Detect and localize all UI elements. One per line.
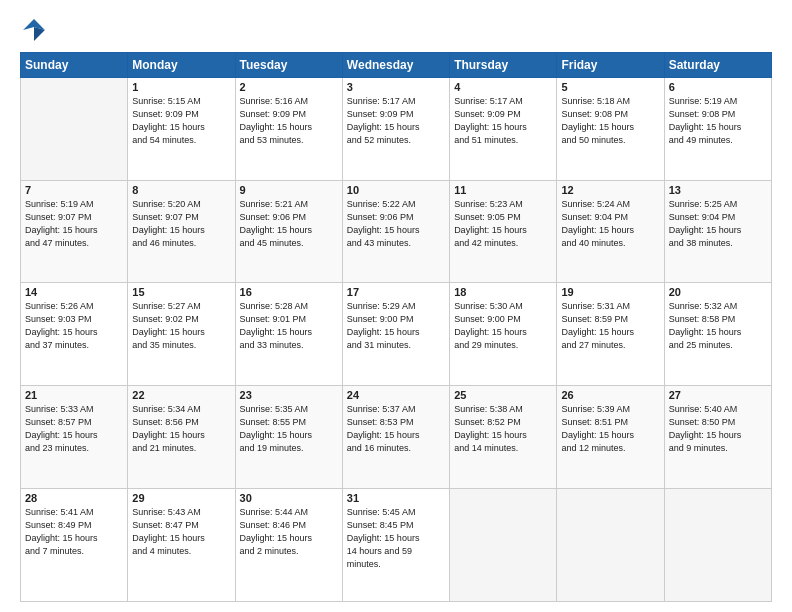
day-number: 28 [25,492,123,504]
day-number: 18 [454,286,552,298]
header [20,16,772,44]
day-cell: 10 Sunrise: 5:22 AM Sunset: 9:06 PM Dayl… [342,180,449,283]
day-cell: 21 Sunrise: 5:33 AM Sunset: 8:57 PM Dayl… [21,385,128,488]
day-number: 27 [669,389,767,401]
day-info: Sunrise: 5:21 AM Sunset: 9:06 PM Dayligh… [240,198,338,250]
day-info: Sunrise: 5:43 AM Sunset: 8:47 PM Dayligh… [132,506,230,558]
day-info: Sunrise: 5:26 AM Sunset: 9:03 PM Dayligh… [25,300,123,352]
week-row-1: 1 Sunrise: 5:15 AM Sunset: 9:09 PM Dayli… [21,78,772,181]
day-cell: 25 Sunrise: 5:38 AM Sunset: 8:52 PM Dayl… [450,385,557,488]
day-cell: 12 Sunrise: 5:24 AM Sunset: 9:04 PM Dayl… [557,180,664,283]
day-number: 30 [240,492,338,504]
day-number: 24 [347,389,445,401]
day-cell: 13 Sunrise: 5:25 AM Sunset: 9:04 PM Dayl… [664,180,771,283]
day-info: Sunrise: 5:17 AM Sunset: 9:09 PM Dayligh… [454,95,552,147]
day-number: 23 [240,389,338,401]
day-number: 29 [132,492,230,504]
day-cell [450,488,557,602]
weekday-thursday: Thursday [450,53,557,78]
day-info: Sunrise: 5:28 AM Sunset: 9:01 PM Dayligh… [240,300,338,352]
day-number: 31 [347,492,445,504]
day-info: Sunrise: 5:37 AM Sunset: 8:53 PM Dayligh… [347,403,445,455]
day-cell [21,78,128,181]
day-number: 19 [561,286,659,298]
calendar: SundayMondayTuesdayWednesdayThursdayFrid… [20,52,772,602]
day-info: Sunrise: 5:16 AM Sunset: 9:09 PM Dayligh… [240,95,338,147]
day-number: 8 [132,184,230,196]
day-cell: 2 Sunrise: 5:16 AM Sunset: 9:09 PM Dayli… [235,78,342,181]
day-cell: 18 Sunrise: 5:30 AM Sunset: 9:00 PM Dayl… [450,283,557,386]
weekday-friday: Friday [557,53,664,78]
week-row-3: 14 Sunrise: 5:26 AM Sunset: 9:03 PM Dayl… [21,283,772,386]
day-number: 15 [132,286,230,298]
day-info: Sunrise: 5:39 AM Sunset: 8:51 PM Dayligh… [561,403,659,455]
day-cell: 20 Sunrise: 5:32 AM Sunset: 8:58 PM Dayl… [664,283,771,386]
day-cell: 22 Sunrise: 5:34 AM Sunset: 8:56 PM Dayl… [128,385,235,488]
day-cell: 7 Sunrise: 5:19 AM Sunset: 9:07 PM Dayli… [21,180,128,283]
day-info: Sunrise: 5:20 AM Sunset: 9:07 PM Dayligh… [132,198,230,250]
day-info: Sunrise: 5:44 AM Sunset: 8:46 PM Dayligh… [240,506,338,558]
day-info: Sunrise: 5:32 AM Sunset: 8:58 PM Dayligh… [669,300,767,352]
weekday-header-row: SundayMondayTuesdayWednesdayThursdayFrid… [21,53,772,78]
day-cell: 27 Sunrise: 5:40 AM Sunset: 8:50 PM Dayl… [664,385,771,488]
day-cell: 4 Sunrise: 5:17 AM Sunset: 9:09 PM Dayli… [450,78,557,181]
day-cell: 3 Sunrise: 5:17 AM Sunset: 9:09 PM Dayli… [342,78,449,181]
day-info: Sunrise: 5:29 AM Sunset: 9:00 PM Dayligh… [347,300,445,352]
day-cell: 24 Sunrise: 5:37 AM Sunset: 8:53 PM Dayl… [342,385,449,488]
day-cell: 29 Sunrise: 5:43 AM Sunset: 8:47 PM Dayl… [128,488,235,602]
day-number: 16 [240,286,338,298]
day-number: 22 [132,389,230,401]
logo [20,16,52,44]
day-cell: 30 Sunrise: 5:44 AM Sunset: 8:46 PM Dayl… [235,488,342,602]
day-info: Sunrise: 5:24 AM Sunset: 9:04 PM Dayligh… [561,198,659,250]
day-number: 1 [132,81,230,93]
day-cell: 1 Sunrise: 5:15 AM Sunset: 9:09 PM Dayli… [128,78,235,181]
day-cell: 28 Sunrise: 5:41 AM Sunset: 8:49 PM Dayl… [21,488,128,602]
day-cell: 6 Sunrise: 5:19 AM Sunset: 9:08 PM Dayli… [664,78,771,181]
day-info: Sunrise: 5:45 AM Sunset: 8:45 PM Dayligh… [347,506,445,571]
day-info: Sunrise: 5:31 AM Sunset: 8:59 PM Dayligh… [561,300,659,352]
day-info: Sunrise: 5:38 AM Sunset: 8:52 PM Dayligh… [454,403,552,455]
week-row-4: 21 Sunrise: 5:33 AM Sunset: 8:57 PM Dayl… [21,385,772,488]
day-number: 11 [454,184,552,196]
day-info: Sunrise: 5:22 AM Sunset: 9:06 PM Dayligh… [347,198,445,250]
day-number: 6 [669,81,767,93]
day-info: Sunrise: 5:35 AM Sunset: 8:55 PM Dayligh… [240,403,338,455]
day-info: Sunrise: 5:25 AM Sunset: 9:04 PM Dayligh… [669,198,767,250]
day-number: 17 [347,286,445,298]
day-number: 26 [561,389,659,401]
day-cell [557,488,664,602]
day-number: 9 [240,184,338,196]
day-info: Sunrise: 5:41 AM Sunset: 8:49 PM Dayligh… [25,506,123,558]
day-cell: 14 Sunrise: 5:26 AM Sunset: 9:03 PM Dayl… [21,283,128,386]
day-number: 3 [347,81,445,93]
day-number: 12 [561,184,659,196]
day-info: Sunrise: 5:27 AM Sunset: 9:02 PM Dayligh… [132,300,230,352]
day-number: 5 [561,81,659,93]
day-cell: 15 Sunrise: 5:27 AM Sunset: 9:02 PM Dayl… [128,283,235,386]
day-number: 13 [669,184,767,196]
week-row-2: 7 Sunrise: 5:19 AM Sunset: 9:07 PM Dayli… [21,180,772,283]
day-cell: 26 Sunrise: 5:39 AM Sunset: 8:51 PM Dayl… [557,385,664,488]
day-cell: 9 Sunrise: 5:21 AM Sunset: 9:06 PM Dayli… [235,180,342,283]
day-cell: 31 Sunrise: 5:45 AM Sunset: 8:45 PM Dayl… [342,488,449,602]
day-number: 7 [25,184,123,196]
day-info: Sunrise: 5:19 AM Sunset: 9:08 PM Dayligh… [669,95,767,147]
weekday-sunday: Sunday [21,53,128,78]
day-cell: 5 Sunrise: 5:18 AM Sunset: 9:08 PM Dayli… [557,78,664,181]
day-cell: 23 Sunrise: 5:35 AM Sunset: 8:55 PM Dayl… [235,385,342,488]
logo-icon [20,16,48,44]
day-cell: 16 Sunrise: 5:28 AM Sunset: 9:01 PM Dayl… [235,283,342,386]
day-info: Sunrise: 5:18 AM Sunset: 9:08 PM Dayligh… [561,95,659,147]
day-info: Sunrise: 5:34 AM Sunset: 8:56 PM Dayligh… [132,403,230,455]
day-info: Sunrise: 5:15 AM Sunset: 9:09 PM Dayligh… [132,95,230,147]
day-cell: 19 Sunrise: 5:31 AM Sunset: 8:59 PM Dayl… [557,283,664,386]
week-row-5: 28 Sunrise: 5:41 AM Sunset: 8:49 PM Dayl… [21,488,772,602]
page: SundayMondayTuesdayWednesdayThursdayFrid… [0,0,792,612]
weekday-saturday: Saturday [664,53,771,78]
day-number: 2 [240,81,338,93]
weekday-tuesday: Tuesday [235,53,342,78]
weekday-monday: Monday [128,53,235,78]
day-cell [664,488,771,602]
day-info: Sunrise: 5:33 AM Sunset: 8:57 PM Dayligh… [25,403,123,455]
